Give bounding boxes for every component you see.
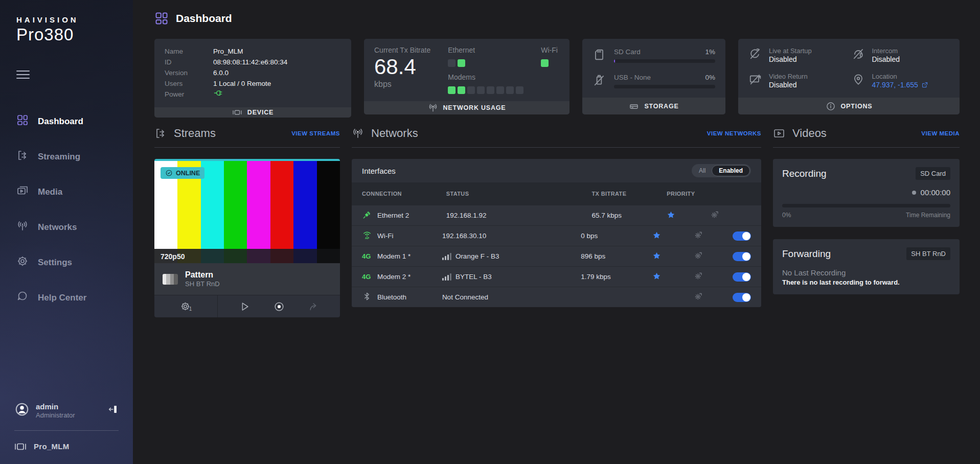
interface-settings-icon[interactable] — [694, 292, 703, 303]
power-plug-icon — [213, 89, 223, 100]
sidebar-item-dashboard[interactable]: Dashboard — [0, 104, 133, 139]
sidebar-item-label: Dashboard — [38, 117, 83, 127]
bluetooth-icon — [362, 291, 372, 303]
interface-row-ethernet2[interactable]: Ethernet 2 192.168.1.92 65.7 kbps — [352, 205, 761, 225]
live-startup-label: Live at Startup — [769, 47, 812, 55]
interface-settings-icon[interactable] — [694, 230, 703, 241]
location-option: Location 47.937, -1.655 — [852, 73, 950, 89]
forwarding-card: Forwarding SH BT RnD No Last Recording T… — [773, 239, 960, 294]
videos-title: Videos — [792, 127, 921, 140]
recording-timer: 00:00:00 — [921, 188, 950, 197]
intercom-label: Intercom — [872, 47, 900, 55]
recording-title: Recording — [782, 168, 827, 179]
storage-card: SD Card 1% USB - None 0% — [582, 39, 725, 114]
user-role: Administrator — [36, 411, 101, 419]
interface-settings-icon[interactable] — [694, 251, 703, 262]
stream-thumbnail[interactable]: ONLINE 720p50 — [154, 159, 340, 263]
location-link[interactable]: 47.937, -1.655 — [872, 81, 928, 89]
priority-star-icon[interactable] — [652, 272, 661, 282]
summary-cards: NamePro_MLM ID08:98:08:11:42:e6:80:34 Ve… — [154, 39, 960, 114]
logout-icon[interactable] — [107, 404, 119, 417]
sidebar-item-streaming[interactable]: Streaming — [0, 139, 133, 174]
wifi-status-squares — [541, 59, 558, 67]
interface-enable-toggle[interactable] — [733, 293, 751, 302]
view-media-link[interactable]: VIEW MEDIA — [921, 130, 960, 136]
modems-label: Modems — [448, 73, 523, 81]
interface-row-modem2[interactable]: 4G Modem 2 * BYTEL - B3 1.79 kbps — [352, 266, 761, 287]
brand-logo: HAIVISION Pro380 — [0, 15, 133, 44]
live-at-startup-option: Live at Startup Disabled — [748, 47, 847, 63]
network-usage-card: Current Tx Bitrate 68.4 kbps Ethernet Mo… — [364, 39, 569, 114]
storage-footer-button[interactable]: STORAGE — [582, 98, 725, 114]
priority-star-icon[interactable] — [652, 251, 661, 262]
usb-label: USB - None — [614, 74, 651, 81]
device-id-label: ID — [165, 57, 213, 67]
device-name-label: Name — [165, 46, 213, 57]
sidebar-nav: Dashboard Streaming Media Networks Setti… — [0, 104, 133, 315]
view-streams-link[interactable]: VIEW STREAMS — [291, 130, 340, 136]
interfaces-table-header: CONNECTION STATUS TX BITRATE PRIORITY — [352, 182, 761, 205]
interface-row-modem1[interactable]: 4G Modem 1 * Orange F - B3 896 bps — [352, 246, 761, 266]
options-footer-button[interactable]: OPTIONS — [738, 98, 960, 114]
sidebar-item-settings[interactable]: Settings — [0, 245, 133, 280]
priority-star-icon[interactable] — [667, 211, 675, 221]
network-usage-footer-button[interactable]: NETWORK USAGE — [364, 101, 569, 114]
interfaces-filter-toggle[interactable]: All Enabled — [692, 164, 751, 177]
main-content: Dashboard NamePro_MLM ID08:98:08:11:42:e… — [133, 0, 980, 464]
filter-all[interactable]: All — [693, 165, 712, 176]
sidebar-item-media[interactable]: Media — [0, 174, 133, 210]
dashboard-grid-icon — [16, 114, 29, 129]
recording-percent: 0% — [782, 212, 791, 219]
stream-status-badge: ONLINE — [161, 167, 204, 179]
sidebar-item-networks[interactable]: Networks — [0, 210, 133, 245]
priority-star-icon[interactable] — [652, 231, 661, 241]
device-card: NamePro_MLM ID08:98:08:11:42:e6:80:34 Ve… — [154, 39, 351, 114]
page-title: Dashboard — [176, 12, 232, 25]
network-usage-footer-label: NETWORK USAGE — [443, 104, 506, 111]
sidebar-item-label: Settings — [38, 258, 72, 268]
sidebar-item-label: Help Center — [38, 293, 86, 303]
forwarding-title: Forwarding — [782, 248, 831, 260]
user-name: admin — [36, 402, 101, 411]
usb-progress — [614, 85, 715, 88]
recording-time-remaining: Time Remaining — [906, 212, 950, 219]
device-icon — [232, 107, 242, 118]
sidebar-item-help-center[interactable]: Help Center — [0, 280, 133, 315]
brand-model: Pro380 — [16, 25, 117, 44]
record-button[interactable] — [274, 301, 285, 312]
brand-name: HAIVISION — [16, 15, 117, 24]
page-header: Dashboard — [154, 11, 960, 26]
device-footer-button[interactable]: DEVICE — [154, 107, 351, 118]
recording-progress — [782, 204, 950, 207]
videos-icon — [773, 127, 785, 140]
view-networks-link[interactable]: VIEW NETWORKS — [707, 130, 761, 136]
interface-settings-icon[interactable] — [694, 271, 703, 282]
device-users-label: Users — [165, 78, 213, 89]
streams-icon — [154, 127, 167, 140]
interface-settings-icon[interactable] — [710, 210, 719, 221]
intercom-disabled-icon — [852, 47, 865, 60]
filter-enabled[interactable]: Enabled — [712, 165, 750, 176]
sidebar-item-label: Streaming — [38, 152, 80, 162]
interface-row-wifi[interactable]: AP Wi-Fi 192.168.30.10 0 bps — [352, 225, 761, 246]
interface-enable-toggle[interactable] — [733, 252, 751, 261]
stream-name: Pattern — [185, 270, 220, 280]
intercom-option: Intercom Disabled — [852, 47, 950, 63]
menu-toggle-icon[interactable] — [16, 68, 30, 81]
interface-enable-toggle[interactable] — [733, 272, 751, 282]
interface-enable-toggle[interactable] — [733, 231, 751, 241]
col-connection: CONNECTION — [362, 191, 446, 197]
forward-button[interactable] — [308, 301, 320, 312]
stream-info: Pattern SH BT RnD — [154, 263, 340, 295]
stream-card[interactable]: ONLINE 720p50 Pattern SH BT RnD 1 — [154, 159, 340, 317]
play-button[interactable] — [239, 301, 250, 312]
forwarding-status: No Last Recording — [782, 268, 950, 277]
stream-settings-button[interactable]: 1 — [154, 295, 218, 317]
streaming-icon — [16, 149, 29, 164]
interface-row-bluetooth[interactable]: Bluetooth Not Connected — [352, 287, 761, 307]
device-version-value: 6.0.0 — [213, 67, 229, 78]
sidebar-device[interactable]: Pro_MLM — [0, 442, 133, 451]
networks-section: Networks VIEW NETWORKS Interfaces All En… — [352, 127, 761, 317]
check-circle-icon — [165, 169, 173, 177]
video-return-option: Video Return Disabled — [748, 73, 847, 89]
